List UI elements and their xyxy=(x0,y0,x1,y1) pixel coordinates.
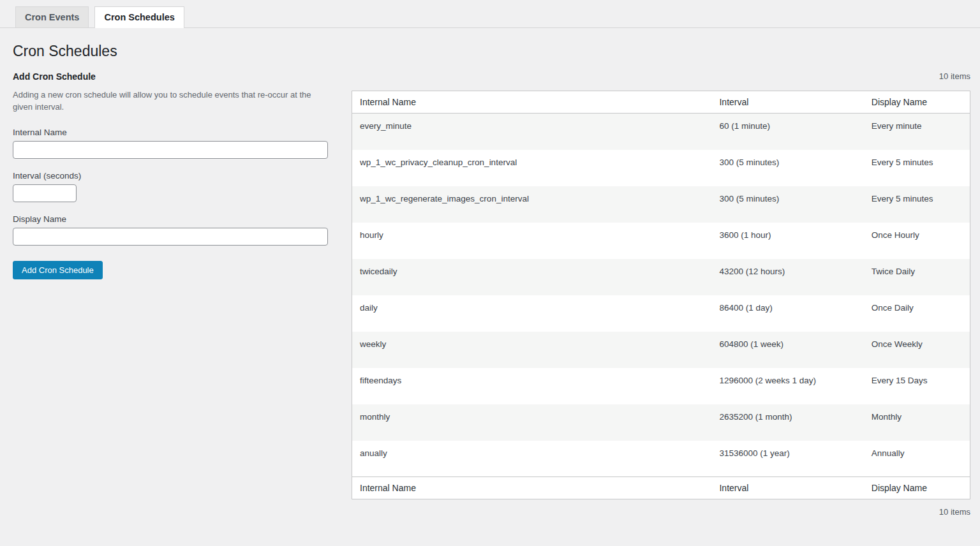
footer-column-interval: Interval xyxy=(711,477,863,499)
display-name-input[interactable] xyxy=(13,228,328,246)
cell-interval: 31536000 (1 year) xyxy=(711,441,863,477)
interval-seconds-input[interactable] xyxy=(13,184,77,202)
cell-display-name: Twice Daily xyxy=(864,259,970,295)
column-header-interval: Interval xyxy=(711,91,863,114)
tab-cron-schedules[interactable]: Cron Schedules xyxy=(94,6,184,28)
display-name-field: Display Name xyxy=(13,214,332,246)
cell-interval: 86400 (1 day) xyxy=(711,295,863,332)
cell-display-name: Once Weekly xyxy=(864,332,970,368)
internal-name-input[interactable] xyxy=(13,141,328,159)
interval-seconds-field: Interval (seconds) xyxy=(13,171,332,202)
cell-internal-name: wp_1_wc_privacy_cleanup_cron_interval xyxy=(352,150,712,186)
cell-internal-name: weekly xyxy=(352,332,712,368)
internal-name-label: Internal Name xyxy=(13,128,332,137)
cell-display-name: Every 5 minutes xyxy=(864,186,970,223)
cell-interval: 60 (1 minute) xyxy=(711,114,863,150)
table-row: twicedaily 43200 (12 hours) Twice Daily xyxy=(352,259,970,295)
content-area: Add Cron Schedule Adding a new cron sche… xyxy=(0,68,980,517)
cell-display-name: Every minute xyxy=(864,114,970,150)
interval-seconds-label: Interval (seconds) xyxy=(13,171,332,181)
footer-column-display-name: Display Name xyxy=(864,477,970,499)
footer-column-internal-name: Internal Name xyxy=(352,477,712,499)
table-row: anually 31536000 (1 year) Annually xyxy=(352,441,970,477)
display-name-label: Display Name xyxy=(13,214,332,224)
page-title: Cron Schedules xyxy=(13,43,980,60)
table-row: weekly 604800 (1 week) Once Weekly xyxy=(352,332,970,368)
table-row: every_minute 60 (1 minute) Every minute xyxy=(352,114,970,150)
cell-display-name: Every 15 Days xyxy=(864,368,970,404)
items-count-top: 10 items xyxy=(352,71,970,81)
cell-internal-name: twicedaily xyxy=(352,259,712,295)
cell-interval: 1296000 (2 weeks 1 day) xyxy=(711,368,863,404)
cell-internal-name: anually xyxy=(352,441,712,477)
table-footer: Internal Name Interval Display Name xyxy=(352,477,970,499)
tab-bar: Cron Events Cron Schedules xyxy=(0,0,980,28)
add-cron-schedule-form: Add Cron Schedule Adding a new cron sche… xyxy=(13,68,332,279)
table-row: daily 86400 (1 day) Once Daily xyxy=(352,295,970,332)
cell-internal-name: hourly xyxy=(352,223,712,259)
column-header-internal-name: Internal Name xyxy=(352,91,712,114)
form-title: Add Cron Schedule xyxy=(13,71,332,82)
schedules-table: Internal Name Interval Display Name ever… xyxy=(352,91,970,499)
cell-internal-name: wp_1_wc_regenerate_images_cron_interval xyxy=(352,186,712,223)
cell-display-name: Once Hourly xyxy=(864,223,970,259)
internal-name-field: Internal Name xyxy=(13,128,332,159)
table-header: Internal Name Interval Display Name xyxy=(352,91,970,114)
cell-display-name: Annually xyxy=(864,441,970,477)
cell-internal-name: monthly xyxy=(352,404,712,441)
cell-display-name: Monthly xyxy=(864,404,970,441)
table-row: wp_1_wc_privacy_cleanup_cron_interval 30… xyxy=(352,150,970,186)
schedules-table-section: 10 items Internal Name Interval Display … xyxy=(352,68,970,517)
items-count-bottom: 10 items xyxy=(352,507,970,517)
form-description: Adding a new cron schedule will allow yo… xyxy=(13,89,332,114)
cell-interval: 43200 (12 hours) xyxy=(711,259,863,295)
column-header-display-name: Display Name xyxy=(864,91,970,114)
add-cron-schedule-button[interactable]: Add Cron Schedule xyxy=(13,261,103,279)
cell-internal-name: every_minute xyxy=(352,114,712,150)
tab-cron-events[interactable]: Cron Events xyxy=(15,6,89,27)
cell-interval: 300 (5 minutes) xyxy=(711,150,863,186)
table-row: wp_1_wc_regenerate_images_cron_interval … xyxy=(352,186,970,223)
table-row: monthly 2635200 (1 month) Monthly xyxy=(352,404,970,441)
cell-interval: 300 (5 minutes) xyxy=(711,186,863,223)
cell-interval: 604800 (1 week) xyxy=(711,332,863,368)
cell-display-name: Once Daily xyxy=(864,295,970,332)
table-row: hourly 3600 (1 hour) Once Hourly xyxy=(352,223,970,259)
table-row: fifteendays 1296000 (2 weeks 1 day) Ever… xyxy=(352,368,970,404)
cell-interval: 3600 (1 hour) xyxy=(711,223,863,259)
cell-internal-name: fifteendays xyxy=(352,368,712,404)
cell-interval: 2635200 (1 month) xyxy=(711,404,863,441)
cell-internal-name: daily xyxy=(352,295,712,332)
cell-display-name: Every 5 minutes xyxy=(864,150,970,186)
